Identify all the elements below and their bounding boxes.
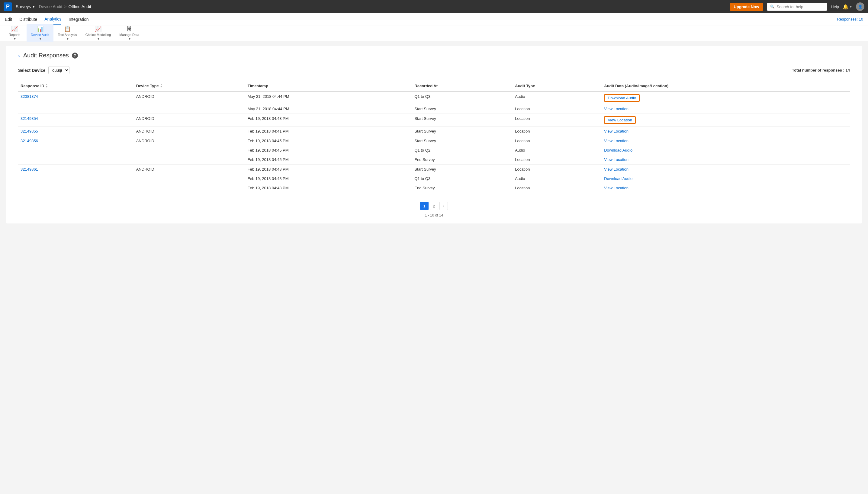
- main-content: ‹ Audit Responses ? Select Device quuqi …: [6, 46, 862, 224]
- audit-data-cell: Download Audio: [602, 174, 850, 183]
- view-location-link[interactable]: View Location: [604, 167, 628, 172]
- breadcrumb-current: Offline Audit: [69, 4, 91, 9]
- recorded-at-cell: Q1 to Q2: [412, 146, 512, 155]
- timestamp-cell: Feb 19, 2018 04:45 PM: [245, 136, 412, 146]
- toolbar-device-audit[interactable]: 📊 Device Audit ▼: [26, 24, 54, 42]
- total-responses-count: Total number of responses : 14: [792, 68, 850, 73]
- col-audit-data: Audit Data (Audio/Image/Location): [602, 80, 850, 92]
- device-type-cell: ANDROID: [134, 136, 245, 146]
- nav-integration[interactable]: Integration: [69, 14, 89, 25]
- device-type-cell: ANDROID: [134, 165, 245, 174]
- download-audio-button[interactable]: Download Audio: [604, 94, 640, 102]
- audit-data-cell: View Location: [602, 165, 850, 174]
- notification-bell[interactable]: 🔔 ▼: [843, 4, 852, 10]
- manage-data-chevron: ▼: [128, 37, 131, 40]
- next-page-button[interactable]: ›: [439, 202, 448, 210]
- view-location-link[interactable]: View Location: [604, 138, 628, 143]
- download-audio-link[interactable]: Download Audio: [604, 148, 633, 152]
- audit-type-cell: Location: [512, 165, 602, 174]
- audit-data-cell: View Location: [602, 155, 850, 165]
- page-header: ‹ Audit Responses ?: [18, 52, 850, 59]
- audit-data-cell: Download Audio: [602, 92, 850, 104]
- nav-analytics[interactable]: Analytics: [44, 14, 61, 25]
- recorded-at-cell: Q1 to Q3: [412, 92, 512, 104]
- view-location-link[interactable]: View Location: [604, 129, 628, 133]
- reports-icon: 📈: [11, 26, 18, 32]
- device-select[interactable]: quuqi: [48, 66, 70, 74]
- device-audit-chevron: ▼: [39, 37, 42, 40]
- col-timestamp: Timestamp: [245, 80, 412, 92]
- recorded-at-cell: Start Survey: [412, 127, 512, 136]
- recorded-at-cell: End Survey: [412, 183, 512, 193]
- device-type-cell: [134, 104, 245, 114]
- toolbar: 📈 Reports ▼ 📊 Device Audit ▼ 📋 Text Anal…: [0, 25, 868, 41]
- app-logo[interactable]: P: [4, 2, 12, 11]
- choice-modelling-chevron: ▼: [97, 37, 100, 40]
- back-button[interactable]: ‹: [18, 52, 20, 59]
- response-id-link[interactable]: 32149861: [21, 167, 38, 172]
- chevron-down-icon: ▼: [32, 5, 35, 8]
- page-1-button[interactable]: 1: [420, 202, 429, 210]
- view-location-button[interactable]: View Location: [604, 116, 636, 124]
- top-navigation: P Surveys ▼ Device Audit > Offline Audit…: [0, 0, 868, 13]
- audit-data-cell: View Location: [602, 104, 850, 114]
- recorded-at-cell: Start Survey: [412, 165, 512, 174]
- breadcrumb: Device Audit > Offline Audit: [39, 4, 91, 9]
- download-audio-link[interactable]: Download Audio: [604, 176, 633, 181]
- timestamp-cell: Feb 19, 2018 04:45 PM: [245, 155, 412, 165]
- view-location-link[interactable]: View Location: [604, 107, 628, 111]
- help-label[interactable]: Help: [831, 4, 839, 9]
- view-location-link[interactable]: View Location: [604, 186, 628, 190]
- recorded-at-cell: Q1 to Q3: [412, 174, 512, 183]
- timestamp-cell: May 21, 2018 04:44 PM: [245, 92, 412, 104]
- audit-type-cell: Location: [512, 127, 602, 136]
- choice-modelling-icon: 📈: [95, 26, 101, 32]
- search-box: 🔍: [767, 3, 827, 11]
- upgrade-button[interactable]: Upgrade Now: [730, 3, 763, 11]
- avatar-icon: 👤: [858, 4, 863, 9]
- view-location-link[interactable]: View Location: [604, 157, 628, 162]
- recorded-at-cell: Start Survey: [412, 136, 512, 146]
- timestamp-cell: Feb 19, 2018 04:48 PM: [245, 165, 412, 174]
- device-type-cell: [134, 155, 245, 165]
- response-id-link[interactable]: 32149854: [21, 116, 38, 121]
- toolbar-text-analysis[interactable]: 📋 Text Analysis ▼: [54, 24, 81, 42]
- response-id-link[interactable]: 32149855: [21, 129, 38, 133]
- audit-type-cell: Location: [512, 104, 602, 114]
- toolbar-choice-modelling[interactable]: 📈 Choice Modelling ▼: [81, 24, 115, 42]
- device-type-cell: [134, 174, 245, 183]
- response-id-link[interactable]: 32381374: [21, 94, 38, 99]
- text-analysis-icon: 📋: [64, 26, 71, 32]
- nav-distribute[interactable]: Distribute: [19, 14, 37, 25]
- toolbar-manage-data[interactable]: 🗄 Manage Data ▼: [115, 24, 144, 42]
- bell-chevron: ▼: [849, 5, 852, 8]
- pagination: 1 2 › 1 - 10 of 14: [18, 202, 850, 217]
- audit-type-cell: Location: [512, 136, 602, 146]
- responses-count: Responses: 10: [837, 17, 863, 21]
- audit-data-cell: View Location: [602, 127, 850, 136]
- audit-table: Response ID ▲▼ Device Type ▲▼ Timestamp …: [18, 80, 850, 193]
- breadcrumb-device-audit[interactable]: Device Audit: [39, 4, 62, 9]
- response-id-link[interactable]: 32149856: [21, 138, 38, 143]
- help-tooltip-icon[interactable]: ?: [72, 53, 78, 59]
- audit-data-cell: View Location: [602, 183, 850, 193]
- search-input[interactable]: [776, 4, 824, 9]
- col-device-type: Device Type ▲▼: [134, 80, 245, 92]
- recorded-at-cell: Start Survey: [412, 104, 512, 114]
- recorded-at-cell: Start Survey: [412, 114, 512, 127]
- nav-edit[interactable]: Edit: [5, 14, 12, 25]
- col-audit-type: Audit Type: [512, 80, 602, 92]
- device-select-label: Select Device: [18, 68, 45, 73]
- audit-type-cell: Location: [512, 183, 602, 193]
- page-2-button[interactable]: 2: [430, 202, 438, 210]
- audit-data-cell: Download Audio: [602, 146, 850, 155]
- device-type-cell: [134, 183, 245, 193]
- avatar[interactable]: 👤: [856, 2, 864, 11]
- device-type-cell: ANDROID: [134, 114, 245, 127]
- audit-type-cell: Audio: [512, 174, 602, 183]
- audit-data-cell: View Location: [602, 114, 850, 127]
- audit-type-cell: Location: [512, 155, 602, 165]
- toolbar-reports[interactable]: 📈 Reports ▼: [2, 24, 26, 42]
- device-audit-icon: 📊: [37, 26, 43, 32]
- app-switcher[interactable]: Surveys ▼: [16, 4, 35, 9]
